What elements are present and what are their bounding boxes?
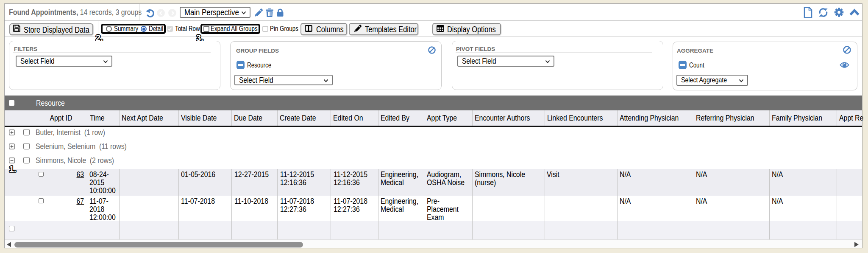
svg-text:1.: 1.	[9, 163, 16, 173]
